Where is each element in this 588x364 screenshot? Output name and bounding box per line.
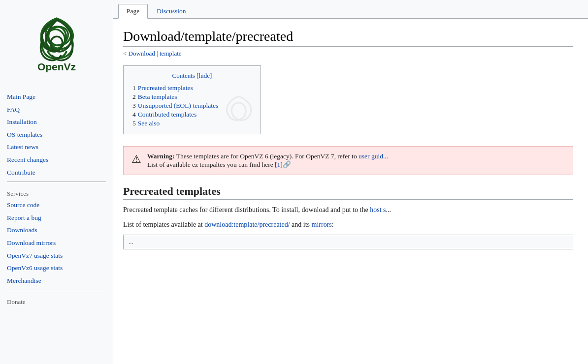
sidebar-item-faq[interactable]: FAQ bbox=[5, 103, 108, 116]
sidebar-item-latest-news[interactable]: Latest news bbox=[5, 141, 108, 153]
sidebar-item-report-bug[interactable]: Report a bug bbox=[5, 212, 108, 224]
tab-page[interactable]: Page bbox=[118, 4, 148, 19]
contents-link-1[interactable]: Precreated templates bbox=[138, 84, 193, 91]
contents-link-2[interactable]: Beta templates bbox=[138, 93, 177, 100]
sidebar-donate-title: Donate bbox=[5, 293, 108, 307]
page-title: Download/template/precreated bbox=[123, 29, 573, 47]
sidebar-item-downloads[interactable]: Downloads bbox=[5, 224, 108, 237]
sidebar-item-openvz7-stats[interactable]: OpenVz7 usage stats bbox=[5, 249, 108, 262]
section-precreated-heading: Precreated templates bbox=[123, 185, 573, 200]
contents-link-5[interactable]: See also bbox=[138, 120, 160, 127]
section-precreated-para1: Precreated template caches for different… bbox=[123, 205, 573, 215]
para2-suffix2: : bbox=[332, 221, 334, 228]
logo-area: OpenVz bbox=[12, 5, 101, 91]
para1-link[interactable]: host s bbox=[370, 206, 386, 213]
contents-header: Contents [hide] bbox=[132, 72, 252, 80]
contents-num-3: 3 bbox=[132, 102, 136, 109]
sidebar-item-download-mirrors[interactable]: Download mirrors bbox=[5, 237, 108, 249]
para2-link2[interactable]: mirrors bbox=[312, 221, 332, 228]
sidebar-item-contribute[interactable]: Contribute bbox=[5, 166, 108, 179]
warning-bold: Warning: bbox=[147, 152, 175, 160]
main-content-area: Page Discussion Download/template/precre… bbox=[113, 0, 588, 364]
breadcrumb-template-link[interactable]: template bbox=[160, 50, 182, 57]
warning-box: ⚠ Warning: These templates are for OpenV… bbox=[123, 146, 573, 175]
para1-text: Precreated template caches for different… bbox=[123, 206, 370, 213]
para2-prefix: List of templates available at bbox=[123, 221, 204, 228]
contents-link-3[interactable]: Unsupported (EOL) templates bbox=[138, 102, 218, 109]
warning-ellipsis: ... bbox=[383, 152, 388, 160]
breadcrumb-prefix: < bbox=[123, 50, 129, 57]
svg-text:OpenVz: OpenVz bbox=[37, 61, 75, 72]
para1-ellipsis: ... bbox=[386, 206, 392, 213]
sidebar-item-recent-changes[interactable]: Recent changes bbox=[5, 153, 108, 166]
content: Download/template/precreated < Download … bbox=[113, 19, 588, 364]
para2-link[interactable]: download:template/precreated/ bbox=[204, 221, 290, 228]
warning-text-body: These templates are for OpenVZ 6 (legacy… bbox=[175, 152, 359, 160]
contents-num-4: 4 bbox=[132, 111, 136, 118]
warning-link2[interactable]: [1] bbox=[275, 161, 283, 168]
sidebar-divider-2 bbox=[7, 290, 106, 290]
warning-link1[interactable]: user guid bbox=[359, 152, 383, 160]
contents-num-2: 2 bbox=[132, 93, 136, 100]
table-hint: ... bbox=[123, 235, 573, 249]
tabs-bar: Page Discussion bbox=[113, 0, 588, 19]
contents-num-1: 1 bbox=[132, 84, 136, 91]
contents-box: Contents [hide] 1Precreated templates 2B… bbox=[123, 65, 261, 134]
warning-text: Warning: These templates are for OpenVZ … bbox=[147, 152, 388, 169]
para2-suffix: and its bbox=[290, 221, 312, 228]
sidebar-item-os-templates[interactable]: OS templates bbox=[5, 128, 108, 141]
sidebar: OpenVz Main Page FAQ Installation OS tem… bbox=[0, 0, 113, 364]
sidebar-item-main-page[interactable]: Main Page bbox=[5, 91, 108, 103]
breadcrumb: < Download | template bbox=[123, 50, 573, 58]
section-precreated-para2: List of templates available at download:… bbox=[123, 219, 573, 230]
tab-discussion[interactable]: Discussion bbox=[149, 4, 194, 18]
contents-hide-button[interactable]: [hide] bbox=[196, 72, 212, 79]
sidebar-nav: Main Page FAQ Installation OS templates … bbox=[0, 91, 113, 307]
sidebar-item-merchandise[interactable]: Merchandise bbox=[5, 274, 108, 287]
contents-link-4[interactable]: Contributed templates bbox=[138, 111, 197, 118]
breadcrumb-download-link[interactable]: Download bbox=[129, 50, 155, 57]
contents-label: Contents bbox=[172, 72, 195, 79]
warning-text2: List of available ez tempaltes you can f… bbox=[147, 161, 275, 168]
contents-num-5: 5 bbox=[132, 120, 136, 127]
sidebar-divider bbox=[7, 182, 106, 182]
sidebar-item-installation[interactable]: Installation bbox=[5, 116, 108, 128]
sidebar-item-openvz6-stats[interactable]: OpenVz6 usage stats bbox=[5, 262, 108, 274]
warning-external-icon: 🔗 bbox=[283, 161, 291, 168]
sidebar-services-title: Services bbox=[5, 185, 108, 199]
breadcrumb-sep: | bbox=[155, 50, 160, 57]
contents-watermark-icon bbox=[211, 90, 261, 134]
openvz-logo: OpenVz bbox=[22, 10, 91, 79]
warning-icon: ⚠ bbox=[131, 153, 141, 166]
sidebar-item-source-code[interactable]: Source code bbox=[5, 199, 108, 212]
